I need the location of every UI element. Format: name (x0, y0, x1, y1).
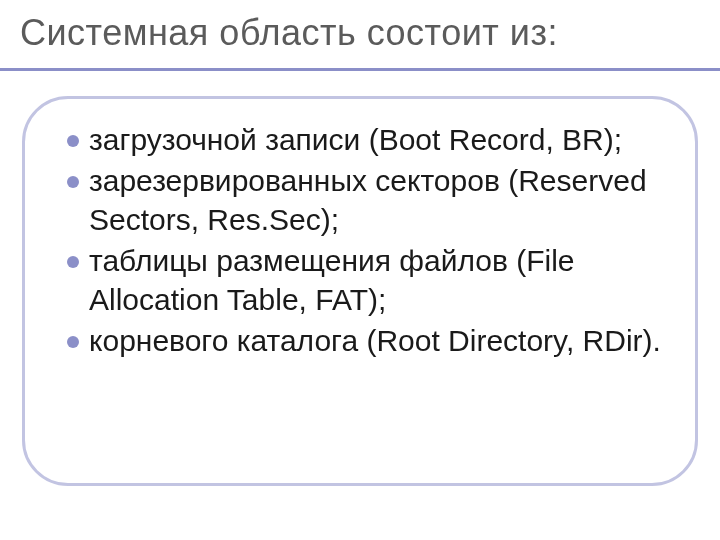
list-item: корневого каталога (Root Directory, RDir… (67, 322, 665, 360)
bullet-text: таблицы размещения файлов (File Allocati… (89, 242, 665, 319)
bullet-icon (67, 256, 79, 268)
bullet-icon (67, 336, 79, 348)
bullet-text: зарезервированных секторов (Reserved Sec… (89, 162, 665, 239)
title-bar: Системная область состоит из: (0, 0, 720, 62)
bullet-text: загрузочной записи (Bооt Record, ВR); (89, 121, 622, 159)
title-underline (0, 68, 720, 71)
list-item: таблицы размещения файлов (File Allocati… (67, 242, 665, 319)
list-item: загрузочной записи (Bооt Record, ВR); (67, 121, 665, 159)
content-box: загрузочной записи (Bооt Record, ВR); за… (22, 96, 698, 486)
bullet-icon (67, 135, 79, 147)
bullet-text: корневого каталога (Root Directory, RDir… (89, 322, 661, 360)
list-item: зарезервированных секторов (Reserved Sec… (67, 162, 665, 239)
page-title: Системная область состоит из: (20, 12, 700, 54)
bullet-icon (67, 176, 79, 188)
